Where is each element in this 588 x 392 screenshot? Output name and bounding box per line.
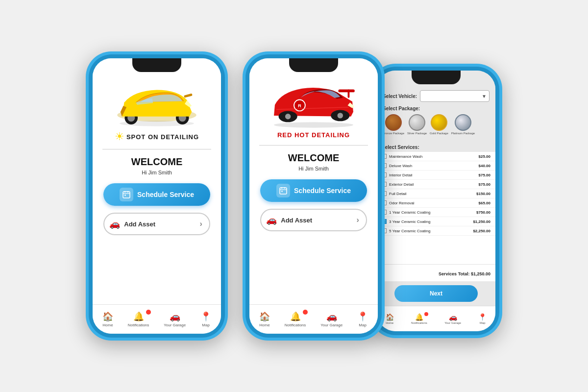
notif-badge-3 bbox=[424, 312, 428, 316]
service-row-left-6: 1 Year Ceramic Coating bbox=[382, 210, 431, 215]
service-name-0: Maintenance Wash bbox=[389, 154, 422, 159]
nav-garage-1[interactable]: 🚗 Your Garage bbox=[164, 311, 186, 327]
notch-1 bbox=[132, 58, 181, 72]
schedule-service-button-1[interactable]: Schedule Service bbox=[103, 183, 210, 206]
service-name-6: 1 Year Ceramic Coating bbox=[389, 210, 431, 215]
dropdown-arrow-icon: ▼ bbox=[482, 94, 487, 99]
calendar-svg-1 bbox=[122, 191, 130, 198]
chevron-right-icon-1: › bbox=[199, 220, 202, 228]
nav-home-label-3: Home bbox=[386, 321, 393, 324]
bell-icon-2: 🔔 bbox=[290, 311, 301, 322]
schedule-service-label-2: Schedule Service bbox=[294, 187, 351, 195]
svg-point-6 bbox=[120, 121, 194, 126]
service-price-3: $75.00 bbox=[479, 182, 490, 187]
package-bronze[interactable]: Bronze Package bbox=[383, 114, 404, 135]
nav-notif-label-2: Notifications bbox=[285, 323, 306, 327]
services-wrapper: Select Services: Maintenance Wash $25.00… bbox=[377, 142, 495, 306]
package-gold[interactable]: Gold Package bbox=[430, 114, 448, 135]
service-row-odor-removal: Odor Removal $65.00 bbox=[377, 198, 495, 208]
nav-garage-label-1: Your Garage bbox=[164, 323, 186, 327]
add-asset-left-1: 🚗 Add Asset bbox=[109, 219, 155, 229]
divider-2 bbox=[259, 145, 368, 146]
nav-garage-2[interactable]: 🚗 Your Garage bbox=[320, 311, 343, 327]
add-asset-button-1[interactable]: 🚗 Add Asset › bbox=[103, 213, 210, 235]
service-name-2: Interior Detail bbox=[389, 173, 413, 177]
garage-icon-2: 🚗 bbox=[326, 311, 337, 322]
add-asset-left-2: 🚗 Add Asset bbox=[266, 215, 312, 225]
svg-point-22 bbox=[338, 113, 343, 118]
nav-map-label-1: Map bbox=[202, 323, 210, 327]
next-button[interactable]: Next bbox=[394, 285, 477, 302]
service-row-3yr-ceramic: 3 Year Ceramic Coating $1,250.00 bbox=[377, 217, 495, 226]
car-icon-1: 🚗 bbox=[109, 219, 120, 229]
calendar-svg-2 bbox=[279, 187, 287, 195]
bottom-nav-2: 🏠 Home 🔔 Notifications 🚗 Your Garage 📍 M… bbox=[249, 304, 378, 334]
schedule-service-button-2[interactable]: Schedule Service bbox=[260, 179, 367, 202]
phone-1-content: ☀ SPOT ON DETAILING WELCOME Hi Jim Smith bbox=[93, 58, 221, 304]
service-name-1: Deluxe Wash bbox=[389, 164, 412, 168]
add-asset-label-2: Add Asset bbox=[281, 217, 312, 224]
map-icon-1: 📍 bbox=[200, 311, 211, 322]
phone-3-screen: Select Vehicle: ▼ Select Package: Bronze… bbox=[377, 71, 495, 331]
logo-spot-text: SPOT ON DETAILING bbox=[126, 133, 199, 141]
car-red-container: R bbox=[249, 75, 378, 134]
notch-3 bbox=[412, 71, 461, 84]
nav-notifications-3[interactable]: 🔔 Notifications bbox=[411, 313, 427, 324]
car-icon-2: 🚗 bbox=[266, 215, 277, 225]
car-lamborghini-container bbox=[93, 75, 221, 134]
sun-icon: ☀ bbox=[115, 130, 124, 143]
service-row-1yr-ceramic: 1 Year Ceramic Coating $750.00 bbox=[377, 208, 495, 217]
bell-icon-1: 🔔 bbox=[133, 311, 144, 322]
service-price-4: $150.00 bbox=[476, 192, 490, 196]
service-row-left-5: Odor Removal bbox=[382, 200, 415, 205]
platinum-label: Platinum Package bbox=[451, 132, 475, 135]
svg-point-19 bbox=[285, 114, 291, 119]
nav-garage-label-3: Your Garage bbox=[444, 321, 461, 324]
map-icon-3: 📍 bbox=[478, 313, 487, 321]
nav-home-1[interactable]: 🏠 Home bbox=[102, 311, 113, 327]
service-name-3: Exterior Detail bbox=[389, 182, 414, 187]
add-asset-button-2[interactable]: 🚗 Add Asset › bbox=[260, 209, 367, 231]
service-price-7: $1,250.00 bbox=[473, 220, 490, 224]
scene: ☀ SPOT ON DETAILING WELCOME Hi Jim Smith bbox=[24, 10, 564, 382]
nav-map-3[interactable]: 📍 Map bbox=[478, 313, 487, 324]
nav-home-3[interactable]: 🏠 Home bbox=[386, 313, 394, 324]
logo-spot-on: ☀ SPOT ON DETAILING bbox=[115, 130, 199, 143]
package-label: Select Package: bbox=[383, 106, 490, 111]
logo-red-text: RED HOT DETAILING bbox=[277, 131, 350, 139]
car-red-svg: R bbox=[265, 78, 363, 132]
vehicle-dropdown[interactable]: ▼ bbox=[420, 90, 490, 102]
service-row-interior-detail: Interior Detail $75.00 bbox=[377, 171, 495, 180]
garage-icon-3: 🚗 bbox=[449, 313, 457, 321]
service-row-left-4: Full Detail bbox=[382, 191, 407, 196]
svg-rect-23 bbox=[280, 188, 287, 194]
bottom-nav-3: 🏠 Home 🔔 Notifications 🚗 Your Garage 📍 M… bbox=[377, 306, 495, 331]
nav-map-2[interactable]: 📍 Map bbox=[357, 311, 368, 327]
notification-badge-1 bbox=[146, 310, 151, 315]
service-row-deluxe-wash: Deluxe Wash $40.00 bbox=[377, 161, 495, 171]
nav-garage-3[interactable]: 🚗 Your Garage bbox=[444, 313, 461, 324]
svg-text:R: R bbox=[298, 103, 301, 108]
next-button-label: Next bbox=[430, 290, 442, 297]
services-list: Maintenance Wash $25.00 Deluxe Wash $40.… bbox=[377, 152, 495, 264]
car-lamborghini-svg bbox=[110, 80, 203, 129]
nav-notifications-1[interactable]: 🔔 Notifications bbox=[128, 311, 149, 327]
home-icon-3: 🏠 bbox=[386, 313, 394, 321]
total-text: Services Total: $1,250.00 bbox=[439, 271, 490, 276]
nav-map-1[interactable]: 📍 Map bbox=[200, 311, 211, 327]
vehicle-select-label: Select Vehicle: bbox=[383, 94, 417, 99]
nav-notifications-2[interactable]: 🔔 Notifications bbox=[285, 311, 306, 327]
schedule-service-label-1: Schedule Service bbox=[137, 191, 194, 198]
greeting-1: Hi Jim Smith bbox=[142, 170, 172, 175]
package-platinum[interactable]: Platinum Package bbox=[451, 114, 475, 135]
phone-2: R RED HO bbox=[243, 51, 385, 341]
service-row-maintenance-wash: Maintenance Wash $25.00 bbox=[377, 152, 495, 161]
services-total: Services Total: $1,250.00 bbox=[377, 264, 495, 281]
nav-map-label-2: Map bbox=[359, 323, 367, 327]
service-name-5: Odor Removal bbox=[389, 201, 415, 205]
nav-map-label-3: Map bbox=[480, 321, 486, 324]
service-row-left-7: 3 Year Ceramic Coating bbox=[382, 219, 431, 224]
nav-notif-label-1: Notifications bbox=[128, 323, 149, 327]
package-silver[interactable]: Silver Package bbox=[407, 114, 427, 135]
nav-home-2[interactable]: 🏠 Home bbox=[259, 311, 270, 327]
